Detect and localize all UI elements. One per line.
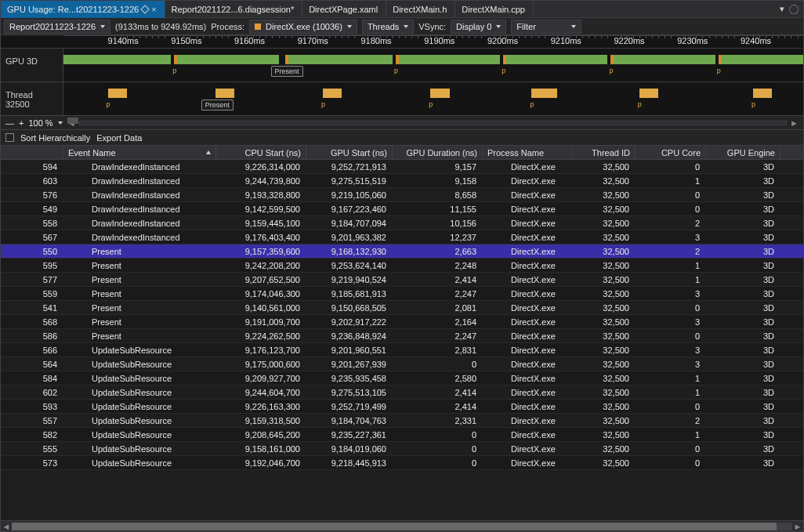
table-row[interactable]: 594DrawIndexedInstanced9,226,314,0009,25…	[1, 160, 803, 174]
chevron-down-icon[interactable]	[58, 121, 63, 125]
table-row[interactable]: 550Present9,157,359,6009,168,132,9302,66…	[1, 244, 803, 259]
cell: 0	[636, 331, 706, 341]
export-button[interactable]: Export Data	[96, 133, 142, 143]
present-marker: p	[751, 100, 755, 108]
timeline-event[interactable]	[430, 89, 449, 98]
zoom-out-button[interactable]: —	[5, 118, 14, 128]
pin-icon[interactable]	[141, 5, 150, 13]
threads-select[interactable]: Threads	[362, 20, 414, 34]
cell: 549	[1, 204, 63, 214]
col-cpu-core[interactable]: CPU Core	[636, 146, 706, 159]
table-row[interactable]: 557UpdateSubResource9,159,318,5009,184,7…	[1, 414, 803, 428]
cell: DirectX.exe	[483, 275, 573, 284]
document-tab[interactable]: DirectXPage.xaml	[302, 1, 386, 18]
table-row[interactable]: 568Present9,191,009,7009,202,917,2222,16…	[1, 315, 803, 329]
table-header: Event Name CPU Start (ns) GPU Start (ns)…	[1, 146, 803, 160]
col-index[interactable]	[1, 146, 63, 159]
sort-hier-checkbox[interactable]	[5, 133, 14, 142]
present-marker: p	[429, 100, 433, 108]
col-gpu-duration[interactable]: GPU Duration (ns)	[393, 146, 483, 159]
timeline-event[interactable]	[108, 89, 127, 98]
cell: 8,658	[393, 190, 483, 200]
cell: 2,663	[393, 247, 483, 256]
table-row[interactable]: 549DrawIndexedInstanced9,142,599,5009,16…	[1, 202, 803, 216]
filter-input[interactable]: Filter	[511, 20, 581, 34]
cell: 0	[636, 204, 706, 214]
col-thread-id[interactable]: Thread ID	[573, 146, 636, 159]
document-tab[interactable]: DirectXMain.h	[386, 1, 455, 18]
table-row[interactable]: 603DrawIndexedInstanced9,244,739,8009,27…	[1, 174, 803, 188]
table-row[interactable]: 566UpdateSubResource9,176,123,7009,201,9…	[1, 343, 803, 357]
timeline-event[interactable]	[399, 55, 500, 64]
timeline-event[interactable]	[614, 55, 715, 64]
cell: UpdateSubResource	[63, 360, 216, 369]
cell: 32,500	[573, 162, 636, 172]
table-row[interactable]: 559Present9,174,046,3009,185,681,9132,24…	[1, 287, 803, 301]
document-tab[interactable]: GPU Usage: Re...t20211223-1226×	[1, 1, 165, 18]
cell: 3D	[706, 162, 780, 172]
table-row[interactable]: 577Present9,207,652,5009,219,940,5242,41…	[1, 273, 803, 287]
cell: 3D	[706, 275, 780, 284]
cell: DirectX.exe	[483, 219, 573, 228]
col-gpu-start[interactable]: GPU Start (ns)	[306, 146, 393, 159]
col-event-name[interactable]: Event Name	[63, 146, 216, 159]
time-ruler[interactable]: 9140ms9150ms9160ms9170ms9180ms9190ms9200…	[63, 35, 803, 48]
cell: DirectX.exe	[483, 388, 573, 397]
scroll-right-icon[interactable]: ►	[792, 521, 803, 532]
horizontal-scrollbar[interactable]: ◄ ►	[1, 520, 803, 531]
cell: 9,201,960,551	[306, 346, 393, 355]
cell: 32,500	[573, 458, 636, 468]
lane-thread[interactable]: ppPresentppppp	[63, 82, 803, 115]
scroll-left-icon[interactable]: ◄	[1, 521, 12, 532]
sort-hier-label[interactable]: Sort Hierarchically	[20, 133, 90, 143]
timeline-event[interactable]	[63, 55, 171, 64]
cell: DirectX.exe	[483, 444, 573, 454]
timeline-event[interactable]	[531, 89, 556, 98]
table-row[interactable]: 593UpdateSubResource9,226,163,3009,252,7…	[1, 400, 803, 414]
cell: UpdateSubResource	[63, 402, 216, 411]
vsync-select[interactable]: Display 0	[451, 20, 506, 34]
col-cpu-start[interactable]: CPU Start (ns)	[216, 146, 306, 159]
lane-gpu[interactable]: ppPresentpppp	[63, 49, 803, 81]
table-row[interactable]: 576DrawIndexedInstanced9,193,328,8009,21…	[1, 188, 803, 202]
report-select[interactable]: Report20211223-1226	[4, 20, 110, 34]
document-tab[interactable]: Report2021122...6.diagsession*	[165, 1, 303, 18]
timeline-event[interactable]	[288, 55, 393, 64]
gear-icon[interactable]	[789, 5, 799, 14]
table-row[interactable]: 602UpdateSubResource9,244,604,7009,275,5…	[1, 385, 803, 400]
col-gpu-engine[interactable]: GPU Engine	[706, 146, 780, 159]
table-row[interactable]: 595Present9,242,208,2009,253,624,1402,24…	[1, 259, 803, 273]
table-row[interactable]: 558DrawIndexedInstanced9,159,445,1009,18…	[1, 216, 803, 230]
cell: 9,193,328,800	[216, 190, 306, 200]
table-row[interactable]: 567DrawIndexedInstanced9,176,403,4009,20…	[1, 230, 803, 244]
cell: DrawIndexedInstanced	[63, 162, 216, 172]
table-row[interactable]: 541Present9,140,561,0009,150,668,5052,08…	[1, 301, 803, 315]
table-row[interactable]: 582UpdateSubResource9,208,645,2009,235,2…	[1, 428, 803, 442]
cell: DirectX.exe	[483, 190, 573, 200]
timeline-event[interactable]	[177, 55, 278, 64]
table-row[interactable]: 564UpdateSubResource9,175,000,6009,201,2…	[1, 357, 803, 371]
close-icon[interactable]: ×	[151, 5, 156, 14]
table-row[interactable]: 573UpdateSubResource9,192,046,7009,218,4…	[1, 456, 803, 470]
process-select[interactable]: DirectX.exe (10036)	[249, 20, 357, 34]
timeline-event[interactable]	[753, 89, 772, 98]
table-row[interactable]: 584UpdateSubResource9,209,927,7009,235,9…	[1, 371, 803, 385]
zoom-in-button[interactable]: +	[19, 118, 24, 128]
timeline-event[interactable]	[323, 89, 342, 98]
cell: 10,156	[393, 219, 483, 228]
timeline-event[interactable]	[639, 89, 658, 98]
present-marker: p	[609, 67, 613, 74]
lane-label-gpu: GPU 3D	[1, 49, 63, 81]
document-tab[interactable]: DirectXMain.cpp	[455, 1, 534, 18]
table-row[interactable]: 586Present9,224,262,5009,236,848,9242,24…	[1, 329, 803, 343]
tab-overflow-icon[interactable]: ▾	[780, 4, 784, 14]
table-row[interactable]: 555UpdateSubResource9,158,161,0009,184,0…	[1, 442, 803, 456]
cell: 9,224,262,500	[216, 331, 306, 341]
timeline-event[interactable]	[506, 55, 607, 64]
timeline-event[interactable]	[722, 55, 803, 64]
col-process[interactable]: Process Name	[483, 146, 573, 159]
zoom-slider[interactable]: ◄►	[67, 118, 799, 128]
cell: 0	[636, 402, 706, 411]
timeline-event[interactable]	[215, 89, 234, 98]
cell: DrawIndexedInstanced	[63, 204, 216, 214]
